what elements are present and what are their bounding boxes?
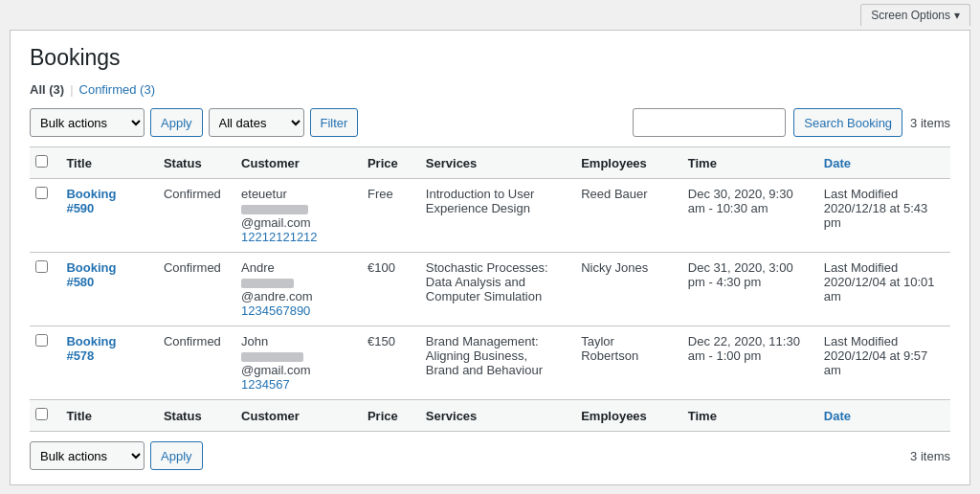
- tablenav-bottom-left: Bulk actions Apply: [30, 441, 203, 470]
- footer-date-sort-link[interactable]: Date: [824, 409, 851, 423]
- header-services: Services: [416, 147, 571, 179]
- search-input[interactable]: [633, 108, 786, 137]
- customer-email-redacted: [241, 279, 294, 288]
- bookings-table: Title Status Customer Price Services: [30, 146, 950, 432]
- bulk-actions-select-bottom[interactable]: Bulk actions: [30, 441, 145, 470]
- nav-separator: |: [70, 82, 73, 97]
- row-checkbox-cell: [30, 326, 56, 400]
- row-employees-cell: Reed Bauer: [571, 179, 679, 253]
- booking-link-590[interactable]: Booking #590: [66, 187, 116, 215]
- filter-all-link[interactable]: All (3): [30, 82, 64, 97]
- footer-time: Time: [679, 400, 814, 432]
- apply-button-bottom[interactable]: Apply: [150, 441, 203, 470]
- row-date-cell: Last Modified 2020/12/04 at 9:57 am: [814, 326, 950, 400]
- bulk-actions-select-top[interactable]: Bulk actions: [30, 108, 145, 137]
- row-services-cell: Introduction to User Experience Design: [416, 179, 571, 253]
- row-status-cell: Confirmed: [154, 326, 232, 400]
- table-row: Booking #590Confirmedeteuetur@gmail.com1…: [30, 179, 950, 253]
- header-status: Status: [154, 147, 232, 179]
- footer-title: Title: [56, 400, 153, 432]
- footer-status: Status: [154, 400, 232, 432]
- table-row: Booking #580ConfirmedAndre@andre.com1234…: [30, 253, 950, 326]
- table-row: Booking #578ConfirmedJohn@gmail.com12345…: [30, 326, 950, 400]
- table-footer-row: Title Status Customer Price Services: [30, 400, 950, 432]
- header-time: Time: [679, 147, 814, 179]
- date-sort-link[interactable]: Date: [824, 156, 851, 170]
- customer-phone: 12212121212: [241, 230, 318, 244]
- row-checkbox-cell: [30, 253, 56, 326]
- tablenav-top: Bulk actions Apply All dates Filter Sear…: [30, 108, 950, 137]
- row-date-cell: Last Modified 2020/12/18 at 5:43 pm: [814, 179, 950, 253]
- booking-link-580[interactable]: Booking #580: [66, 260, 116, 289]
- header-title: Title: [56, 147, 153, 179]
- tablenav-bottom: Bulk actions Apply 3 items: [30, 441, 950, 470]
- customer-email-redacted: [241, 352, 303, 362]
- row-price-cell: €150: [358, 326, 416, 400]
- customer-phone: 1234567: [241, 377, 290, 392]
- footer-price: Price: [358, 400, 416, 432]
- row-date-cell: Last Modified 2020/12/04 at 10:01 am: [814, 253, 950, 326]
- row-title-cell: Booking #578: [56, 326, 153, 400]
- page-title: Bookings: [30, 45, 950, 71]
- row-status-cell: Confirmed: [154, 253, 232, 326]
- footer-checkbox-col: [30, 400, 56, 432]
- customer-name: eteuetur: [241, 187, 287, 201]
- row-title-cell: Booking #590: [56, 179, 153, 253]
- row-time-cell: Dec 22, 2020, 11:30 am - 1:00 pm: [679, 326, 814, 400]
- items-count-bottom: 3 items: [910, 449, 950, 463]
- row-price-cell: Free: [358, 179, 416, 253]
- footer-services: Services: [416, 400, 571, 432]
- row-status-cell: Confirmed: [154, 179, 232, 253]
- filter-button[interactable]: Filter: [310, 108, 359, 137]
- page-wrapper: Screen Options ▾ Bookings All (3) | Conf…: [0, 0, 980, 494]
- screen-options-chevron: ▾: [954, 9, 960, 22]
- row-price-cell: €100: [358, 253, 416, 326]
- footer-employees: Employees: [571, 400, 679, 432]
- customer-email-suffix: @andre.com: [241, 289, 313, 303]
- table-body: Booking #590Confirmedeteuetur@gmail.com1…: [30, 179, 950, 400]
- booking-link-578[interactable]: Booking #578: [66, 334, 116, 363]
- row-checkbox-cell: [30, 179, 56, 253]
- row-customer-cell: John@gmail.com1234567: [232, 326, 358, 400]
- row-customer-cell: eteuetur@gmail.com12212121212: [232, 179, 358, 253]
- dates-select[interactable]: All dates: [209, 108, 304, 137]
- screen-options-button[interactable]: Screen Options ▾: [860, 4, 970, 26]
- select-all-checkbox-top[interactable]: [35, 155, 48, 168]
- row-services-cell: Brand Management: Aligning Business, Bra…: [416, 326, 571, 400]
- header-date[interactable]: Date: [814, 147, 950, 179]
- customer-email-suffix: @gmail.com: [241, 363, 310, 377]
- items-count-top: 3 items: [910, 116, 950, 130]
- customer-email-suffix: @gmail.com: [241, 215, 310, 230]
- select-all-checkbox-bottom[interactable]: [35, 408, 48, 420]
- row-checkbox-580[interactable]: [35, 260, 48, 273]
- filter-confirmed-link[interactable]: Confirmed (3): [79, 82, 155, 97]
- row-checkbox-578[interactable]: [35, 334, 48, 347]
- row-time-cell: Dec 31, 2020, 3:00 pm - 4:30 pm: [679, 253, 814, 326]
- footer-customer: Customer: [232, 400, 358, 432]
- header-customer: Customer: [232, 147, 358, 179]
- tablenav-top-right: Search Booking 3 items: [633, 108, 950, 137]
- apply-button-top[interactable]: Apply: [150, 108, 203, 137]
- header-checkbox-col: [30, 147, 56, 179]
- row-title-cell: Booking #580: [56, 253, 153, 326]
- row-time-cell: Dec 30, 2020, 9:30 am - 10:30 am: [679, 179, 814, 253]
- row-employees-cell: Taylor Robertson: [571, 326, 679, 400]
- row-employees-cell: Nicky Jones: [571, 253, 679, 326]
- row-services-cell: Stochastic Processes: Data Analysis and …: [416, 253, 571, 326]
- search-booking-button[interactable]: Search Booking: [793, 108, 902, 137]
- row-checkbox-590[interactable]: [35, 187, 48, 199]
- screen-options-bar: Screen Options ▾: [0, 0, 980, 30]
- row-customer-cell: Andre@andre.com1234567890: [232, 253, 358, 326]
- header-price: Price: [358, 147, 416, 179]
- tablenav-top-left: Bulk actions Apply All dates Filter: [30, 108, 358, 137]
- status-filter-nav: All (3) | Confirmed (3): [30, 82, 950, 97]
- header-employees: Employees: [571, 147, 679, 179]
- customer-email-redacted: [241, 205, 308, 214]
- table-header-row: Title Status Customer Price Services: [30, 147, 950, 179]
- main-content: Bookings All (3) | Confirmed (3) Bulk ac…: [10, 30, 970, 485]
- customer-phone: 1234567890: [241, 303, 310, 318]
- footer-date[interactable]: Date: [814, 400, 950, 432]
- customer-name: Andre: [241, 260, 275, 275]
- customer-name: John: [241, 334, 268, 348]
- screen-options-label: Screen Options: [871, 9, 950, 22]
